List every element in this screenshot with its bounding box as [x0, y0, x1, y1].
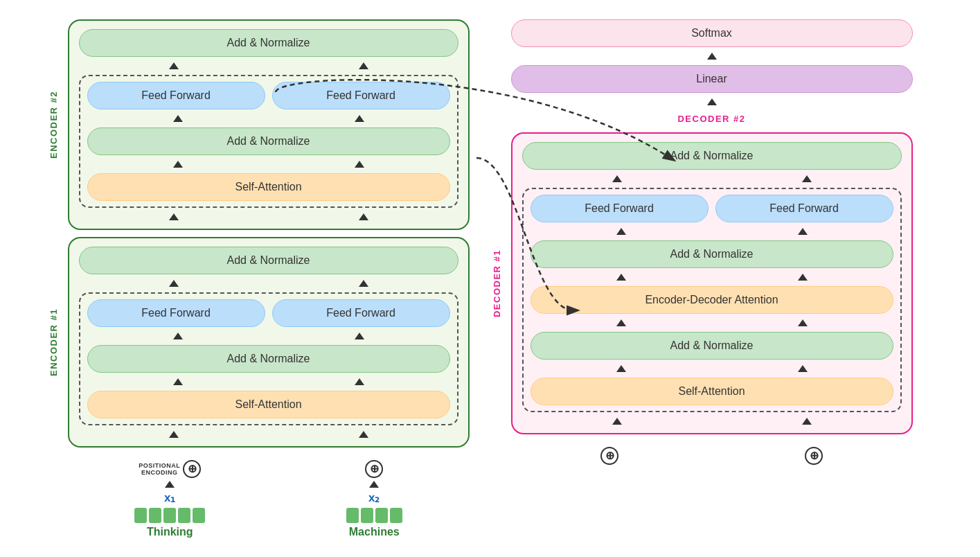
encoder-block-2: ENCODER #2 Add & Normalize Feed Forward …: [68, 19, 470, 230]
enc2-arrow-attn-right: [355, 161, 364, 168]
softmax-arrow-up: [707, 53, 717, 60]
softmax-pill: Softmax: [511, 19, 913, 47]
dec1-arrows-encdec: [531, 274, 893, 281]
dec-input-col-2: ⊕: [805, 447, 823, 465]
decoder-2-header: DECODER #2: [677, 112, 745, 125]
enc1-add-norm-top: Add & Normalize: [79, 247, 458, 274]
decoder-1-label: DECODER #1: [491, 249, 501, 317]
enc1-ff-row: Feed Forward Feed Forward: [87, 299, 450, 327]
enc1-arrows-norm2: [87, 333, 450, 339]
enc1-self-attn: Self-Attention: [87, 391, 450, 418]
enc2-ff-left: Feed Forward: [87, 82, 265, 109]
dec1-arrows-plus: [522, 418, 902, 425]
enc2-arrow-norm2-left: [173, 115, 183, 122]
enc1-arrow-ff-left: [169, 280, 179, 287]
enc-input-arrow-2: [369, 481, 379, 488]
enc1-arrow-attn-right: [355, 378, 364, 385]
enc1-arrow-norm2-right: [355, 333, 364, 339]
word1-label: Thinking: [147, 526, 193, 538]
dec1-arrow-norm3-right: [798, 319, 808, 326]
dec1-arrows-norm3: [531, 319, 893, 326]
dec1-arrow-ff-left: [612, 175, 622, 182]
enc1-arrow-plus-right: [359, 431, 368, 438]
enc1-arrow-plus-left: [169, 431, 179, 438]
dec1-arrows-ff: [522, 175, 902, 182]
encoder-2-label: ENCODER #2: [48, 90, 58, 158]
enc2-arrow-attn-left: [173, 161, 183, 168]
pos-enc-label: POSITIONALENCODING: [139, 462, 180, 476]
enc1-arrow-norm2-left: [173, 333, 183, 339]
enc2-arrow-ff-left: [169, 62, 179, 69]
enc2-arrows-norm2: [87, 115, 450, 122]
enc1-ff-right: Feed Forward: [272, 299, 450, 327]
enc-input-arrow-1: [165, 481, 175, 488]
enc1-ff-left: Feed Forward: [87, 299, 265, 327]
enc1-arrows-ff: [79, 280, 458, 287]
encoder-side: ENCODER #2 Add & Normalize Feed Forward …: [68, 19, 470, 538]
enc2-self-attn: Self-Attention: [87, 173, 450, 201]
decoder-block-1: DECODER #1 Add & Normalize Feed Forward …: [511, 132, 913, 434]
softmax-arrow: [511, 53, 913, 60]
word2-label: Machines: [349, 526, 400, 538]
dec1-arrow-encdec-left: [616, 274, 626, 281]
dec1-add-norm-mid: Add & Normalize: [531, 240, 893, 268]
dec1-arrow-encdec-right: [798, 274, 808, 281]
dec1-add-norm-bot: Add & Normalize: [531, 332, 893, 360]
x1-label: x₁: [164, 490, 175, 505]
decoder-side: Softmax Linear DECODER #2 DECODER #1 Add…: [511, 19, 913, 465]
plus-circle-2: ⊕: [365, 460, 383, 478]
dec1-arrow-norm2-left: [616, 228, 626, 235]
linear-arrow: [511, 98, 913, 105]
enc1-arrows-plus: [79, 431, 458, 438]
encoder-block-1: ENCODER #1 Add & Normalize Feed Forward …: [68, 237, 470, 448]
dec1-arrows-norm2: [531, 228, 893, 235]
decoder-input-section: ⊕ ⊕: [511, 447, 913, 465]
dec1-arrow-self-left: [616, 365, 626, 372]
linear-pill: Linear: [511, 65, 913, 93]
dec1-ff-row: Feed Forward Feed Forward: [531, 195, 893, 222]
x2-label: x₂: [368, 490, 380, 505]
enc2-arrow-norm2-right: [355, 115, 364, 122]
enc2-arrow-bot-left: [169, 213, 179, 220]
main-diagram: ENCODER #2 Add & Normalize Feed Forward …: [68, 19, 913, 538]
dec1-arrow-plus-left: [612, 418, 622, 425]
dec1-ff-right: Feed Forward: [715, 195, 893, 222]
input-col-2: ⊕ x₂ Machines: [346, 460, 402, 538]
dec1-arrow-norm2-right: [798, 228, 808, 235]
enc2-add-norm-top: Add & Normalize: [79, 29, 458, 57]
dec1-self-attn: Self-Attention: [531, 378, 893, 405]
enc1-arrow-attn-left: [173, 378, 183, 385]
linear-arrow-up: [707, 98, 717, 105]
dec-input-col-1: ⊕: [600, 447, 618, 465]
word-embed-1: [134, 508, 205, 523]
dec-plus-circle-1: ⊕: [600, 447, 618, 465]
dec1-add-norm-top: Add & Normalize: [522, 142, 902, 170]
enc2-dashed-box: Feed Forward Feed Forward Add & Normaliz…: [79, 75, 458, 208]
dec-plus-circle-2: ⊕: [805, 447, 823, 465]
enc1-dashed-box: Feed Forward Feed Forward Add & Normaliz…: [79, 292, 458, 425]
top-output-elements: Softmax Linear: [511, 19, 913, 105]
enc2-arrows-ff: [79, 62, 458, 69]
enc1-add-norm-mid: Add & Normalize: [87, 345, 450, 373]
dec1-arrow-plus-right: [802, 418, 812, 425]
encoder-input-section: POSITIONALENCODING ⊕ x₁ Thinking ⊕ x₂: [68, 460, 470, 538]
enc2-add-norm-mid: Add & Normalize: [87, 127, 450, 155]
dec1-dashed-box: Feed Forward Feed Forward Add & Normaliz…: [522, 188, 902, 412]
input-col-1: POSITIONALENCODING ⊕ x₁ Thinking: [134, 460, 205, 538]
enc1-arrow-ff-right: [359, 280, 368, 287]
enc2-arrow-ff-right: [359, 62, 368, 69]
dec1-arrow-norm3-left: [616, 319, 626, 326]
plus-circle-1: ⊕: [183, 460, 201, 478]
enc2-arrow-bot-right: [359, 213, 368, 220]
enc2-ff-row: Feed Forward Feed Forward: [87, 82, 450, 109]
dec1-ff-left: Feed Forward: [531, 195, 709, 222]
enc2-arrows-bottom: [79, 213, 458, 220]
enc2-ff-right: Feed Forward: [272, 82, 450, 109]
encoder-1-label: ENCODER #1: [48, 308, 58, 375]
dec1-enc-dec-attn: Encoder-Decoder Attention: [531, 286, 893, 314]
dec1-arrow-self-right: [798, 365, 808, 372]
enc2-arrows-attn: [87, 161, 450, 168]
dec1-arrows-self: [531, 365, 893, 372]
dec1-arrow-ff-right: [802, 175, 812, 182]
word-embed-2: [346, 508, 402, 523]
